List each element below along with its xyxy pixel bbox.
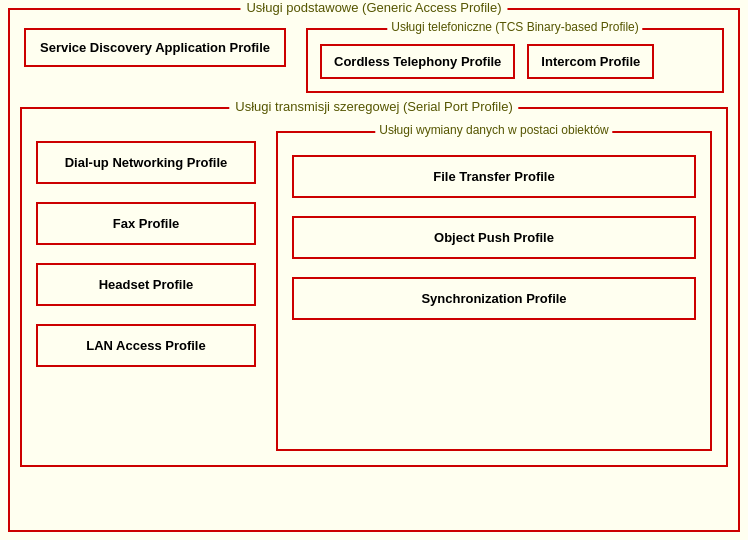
main-wrapper: Usługi podstawowe (Generic Access Profil… xyxy=(0,0,748,540)
object-push-box: Object Push Profile xyxy=(292,216,696,259)
serial-content: Dial-up Networking Profile Fax Profile H… xyxy=(36,131,712,451)
tcs-profiles: Cordless Telephony Profile Intercom Prof… xyxy=(320,44,710,79)
cordless-box: Cordless Telephony Profile xyxy=(320,44,515,79)
tcs-box: Usługi telefoniczne (TCS Binary-based Pr… xyxy=(306,28,724,93)
left-column: Dial-up Networking Profile Fax Profile H… xyxy=(36,131,256,451)
tcs-label: Usługi telefoniczne (TCS Binary-based Pr… xyxy=(387,20,642,34)
top-section: Service Discovery Application Profile Us… xyxy=(10,10,738,103)
lan-box: LAN Access Profile xyxy=(36,324,256,367)
dialup-box: Dial-up Networking Profile xyxy=(36,141,256,184)
cordless-label: Cordless Telephony Profile xyxy=(334,54,501,69)
intercom-box: Intercom Profile xyxy=(527,44,654,79)
right-column: Usługi wymiany danych w postaci obiektów… xyxy=(276,131,712,451)
fax-box: Fax Profile xyxy=(36,202,256,245)
file-transfer-label: File Transfer Profile xyxy=(433,169,554,184)
object-push-label: Object Push Profile xyxy=(434,230,554,245)
synchronization-box: Synchronization Profile xyxy=(292,277,696,320)
headset-label: Headset Profile xyxy=(99,277,194,292)
file-transfer-box: File Transfer Profile xyxy=(292,155,696,198)
headset-box: Headset Profile xyxy=(36,263,256,306)
synchronization-label: Synchronization Profile xyxy=(421,291,566,306)
dialup-label: Dial-up Networking Profile xyxy=(65,155,228,170)
lan-label: LAN Access Profile xyxy=(86,338,205,353)
serial-label: Usługi transmisji szeregowej (Serial Por… xyxy=(229,99,518,114)
generic-access-box: Usługi podstawowe (Generic Access Profil… xyxy=(8,8,740,532)
sdap-label: Service Discovery Application Profile xyxy=(40,40,270,55)
fax-label: Fax Profile xyxy=(113,216,179,231)
sdap-box: Service Discovery Application Profile xyxy=(24,28,286,67)
serial-section: Usługi transmisji szeregowej (Serial Por… xyxy=(20,107,728,467)
object-exchange-label: Usługi wymiany danych w postaci obiektów xyxy=(375,123,612,137)
intercom-label: Intercom Profile xyxy=(541,54,640,69)
generic-access-label: Usługi podstawowe (Generic Access Profil… xyxy=(240,0,507,15)
